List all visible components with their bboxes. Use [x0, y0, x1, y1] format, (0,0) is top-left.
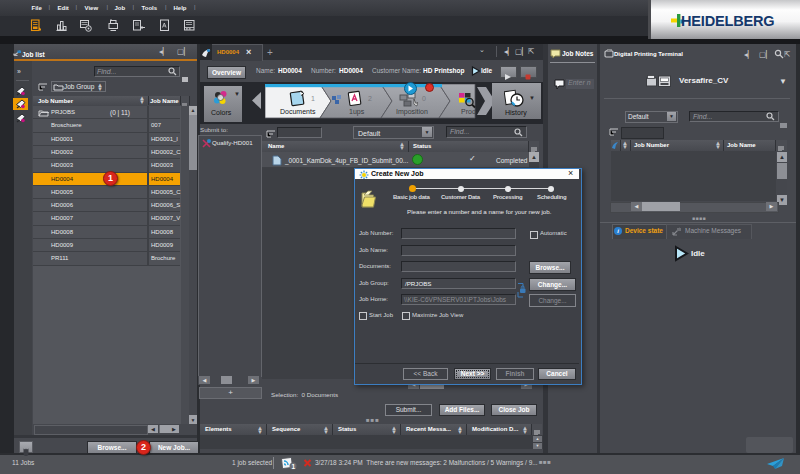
svg-text:1: 1 — [292, 463, 296, 470]
